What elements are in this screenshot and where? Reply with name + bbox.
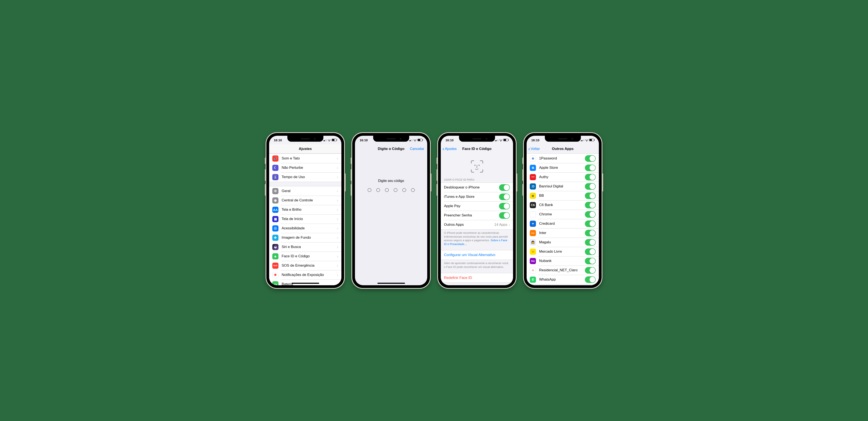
faceid-toggle-row: Apple Pay — [441, 201, 513, 211]
status-time: 16:10 — [445, 138, 454, 142]
settings-row[interactable]: ⚙︎Geral› — [269, 186, 341, 196]
settings-row[interactable]: ⌛Tempo de Uso› — [269, 172, 341, 182]
device-4: 16:10 ➤ ‹Voltar Outros Apps ⊚1Password⧉A… — [523, 132, 602, 289]
wifi-icon — [499, 139, 502, 141]
svg-point-0 — [475, 165, 475, 166]
settings-row[interactable]: ▦Tela de Início› — [269, 214, 341, 224]
settings-icon: ◉ — [272, 197, 278, 203]
settings-row[interactable]: ❀Imagem de Fundo› — [269, 233, 341, 242]
nav-bar: Digite o Código Cancelar — [355, 144, 427, 154]
toggle-switch[interactable] — [499, 212, 510, 219]
toggle-switch[interactable] — [585, 174, 596, 181]
settings-row[interactable]: ☾Não Perturbe› — [269, 163, 341, 172]
app-row: 〰Authy — [527, 172, 599, 182]
app-label: Residencial_NET_Claro — [539, 268, 585, 272]
app-row: ◉Chrome — [527, 209, 599, 219]
app-row: ⧉Apple Store — [527, 163, 599, 172]
row-label: Acessibilidade — [282, 226, 337, 230]
app-label: Credicard — [539, 222, 585, 226]
row-label: Siri e Busca — [282, 245, 337, 249]
app-label: Mercado Livre — [539, 250, 585, 254]
toggle-switch[interactable] — [585, 183, 596, 190]
toggle-switch[interactable] — [585, 165, 596, 171]
app-label: Inter — [539, 231, 585, 235]
app-row: interInter — [527, 228, 599, 237]
settings-row[interactable]: ◉Central de Controle› — [269, 196, 341, 205]
app-label: Authy — [539, 175, 585, 179]
cancel-button[interactable]: Cancelar — [410, 147, 424, 151]
chevron-right-icon: › — [508, 223, 510, 227]
chevron-right-icon: › — [337, 245, 338, 249]
settings-list[interactable]: 🔊Som e Tato›☾Não Perturbe›⌛Tempo de Uso›… — [269, 154, 341, 285]
toggle-switch[interactable] — [499, 203, 510, 209]
toggle-switch[interactable] — [499, 184, 510, 191]
home-indicator[interactable] — [291, 283, 319, 284]
chevron-right-icon: › — [337, 156, 338, 161]
chevron-right-icon: › — [337, 254, 338, 259]
settings-icon: ☻ — [272, 253, 278, 259]
row-label: Notificações de Exposição — [282, 273, 337, 277]
settings-icon: ◒ — [272, 244, 278, 250]
app-label: BB — [539, 194, 585, 198]
chevron-right-icon: › — [337, 273, 338, 277]
chevron-right-icon: › — [337, 175, 338, 180]
faceid-toggle-row: Desbloquear o iPhone — [441, 183, 513, 192]
row-label: Som e Tato — [282, 156, 337, 161]
toggle-switch[interactable] — [499, 194, 510, 200]
toggle-switch[interactable] — [585, 155, 596, 162]
app-row: ⧈BB — [527, 191, 599, 200]
app-row: 🤝Mercado Livre — [527, 247, 599, 256]
toggle-switch[interactable] — [585, 249, 596, 255]
app-label: Magalu — [539, 240, 585, 245]
chevron-right-icon: › — [337, 226, 338, 231]
app-icon: C6 — [530, 202, 536, 208]
battery-icon — [332, 139, 337, 141]
app-icon: 🤝 — [530, 249, 536, 255]
settings-row[interactable]: ☻Face ID e Código› — [269, 252, 341, 261]
app-row: :DBanrisul Digital — [527, 182, 599, 191]
device-3: 16:10 ➤ ‹Ajustes Face ID e Código USAR O… — [437, 132, 517, 289]
app-row: ✦Credicard — [527, 219, 599, 228]
faceid-content[interactable]: USAR O FACE ID PARA: Desbloquear o iPhon… — [441, 154, 513, 285]
passcode-prompt: Digite seu código — [355, 179, 427, 183]
app-icon: 〰 — [530, 174, 536, 180]
settings-row[interactable]: ▭Bateria› — [269, 280, 341, 285]
row-label: Tempo de Uso — [282, 175, 337, 179]
status-time: 16:10 — [531, 138, 539, 142]
section-footer: O iPhone pode reconhecer as característi… — [441, 230, 513, 246]
back-button[interactable]: ‹Voltar — [528, 146, 540, 152]
toggle-switch[interactable] — [585, 239, 596, 246]
alternate-appearance-button[interactable]: Configurar um Visual Alternativo — [441, 250, 513, 260]
settings-row[interactable]: ⦿Acessibilidade› — [269, 224, 341, 233]
toggle-switch[interactable] — [585, 193, 596, 199]
settings-row[interactable]: SOSSOS de Emergência› — [269, 261, 341, 270]
reset-faceid-button[interactable]: Redefinir Face ID — [441, 273, 513, 283]
other-apps-row[interactable]: Outros Apps14 Apps› — [441, 220, 513, 229]
other-apps-list[interactable]: ⊚1Password⧉Apple Store〰Authy:DBanrisul D… — [527, 154, 599, 285]
toggle-switch[interactable] — [585, 277, 596, 283]
toggle-switch[interactable] — [585, 202, 596, 208]
app-label: Chrome — [539, 212, 585, 217]
settings-row[interactable]: 🔊Som e Tato› — [269, 154, 341, 163]
toggle-switch[interactable] — [585, 230, 596, 236]
page-title: Ajustes — [299, 147, 312, 151]
toggle-switch[interactable] — [585, 221, 596, 227]
toggle-switch[interactable] — [585, 211, 596, 218]
back-button[interactable]: ‹Ajustes — [442, 146, 457, 152]
settings-row[interactable]: ✱Notificações de Exposição› — [269, 270, 341, 280]
home-indicator[interactable] — [377, 283, 405, 284]
passcode-dots[interactable] — [355, 188, 427, 192]
row-label: SOS de Emergência — [282, 263, 337, 268]
app-row: C6C6 Bank — [527, 200, 599, 209]
settings-row[interactable]: ◒Siri e Busca› — [269, 242, 341, 252]
chevron-right-icon: › — [337, 263, 338, 268]
toggle-switch[interactable] — [585, 267, 596, 273]
chevron-right-icon: › — [337, 207, 338, 212]
app-icon: 👩 — [530, 239, 536, 246]
page-title: Face ID e Código — [462, 147, 492, 151]
settings-row[interactable]: AATela e Brilho› — [269, 205, 341, 214]
app-icon: ✆ — [530, 277, 536, 283]
settings-icon: 🔊 — [272, 156, 278, 162]
toggle-switch[interactable] — [585, 258, 596, 264]
settings-icon: ❀ — [272, 235, 278, 241]
